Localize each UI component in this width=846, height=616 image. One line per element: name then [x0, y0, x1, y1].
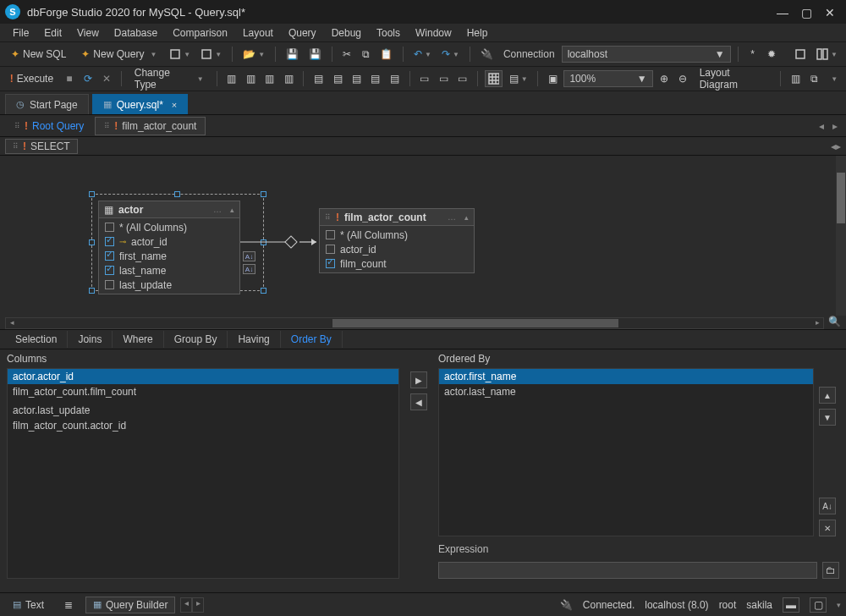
tb-c2[interactable]: ▭ — [436, 70, 451, 87]
connection-dropdown[interactable]: localhost ▼ — [562, 46, 731, 63]
footer-nav-left[interactable]: ◂ — [180, 597, 192, 613]
menu-edit[interactable]: Edit — [36, 25, 69, 41]
toolbar-wand-button[interactable]: * — [745, 46, 761, 63]
view-text-button[interactable]: ▤ Text — [5, 597, 52, 613]
menu-comparison[interactable]: Comparison — [165, 25, 235, 41]
panel-button-1[interactable]: ▬ — [783, 597, 799, 613]
undo-button[interactable]: ↶▼ — [410, 46, 435, 63]
panel-button-2[interactable]: ▢ — [810, 597, 827, 613]
tab-start-page[interactable]: ◷ Start Page — [5, 94, 89, 114]
checkbox-icon[interactable] — [105, 223, 114, 232]
view-querybuilder-button[interactable]: ▦ Query Builder — [85, 597, 175, 613]
column-row[interactable]: last_name — [102, 263, 236, 278]
menu-database[interactable]: Database — [107, 25, 165, 41]
tb-c3[interactable]: ▭ — [454, 70, 470, 87]
bottom-tab-where[interactable]: Where — [113, 331, 163, 348]
remove-button[interactable]: ✕ — [819, 520, 836, 536]
zoom-in-button[interactable]: ⊕ — [656, 70, 672, 87]
zoom-icon[interactable]: 🔍 — [827, 316, 841, 329]
tb-b1[interactable]: ▤ — [310, 70, 326, 87]
subtab-film-actor-count[interactable]: ⠿ ! film_actor_count — [95, 117, 206, 135]
checkbox-icon[interactable] — [326, 245, 335, 254]
refresh-button[interactable]: ⟳ — [80, 70, 96, 87]
sort-button-2[interactable]: A↓ — [243, 264, 255, 274]
tb-b4[interactable]: ▤ — [368, 70, 383, 87]
close-button[interactable]: ✕ — [824, 6, 836, 18]
column-row[interactable]: * (All Columns) — [102, 220, 236, 234]
move-up-button[interactable]: ▲ — [819, 387, 836, 404]
bottom-tab-joins[interactable]: Joins — [68, 331, 113, 348]
checkbox-icon[interactable] — [105, 266, 114, 275]
bottom-tab-selection[interactable]: Selection — [5, 331, 68, 348]
maximize-button[interactable]: ▢ — [800, 6, 812, 18]
orderedby-list[interactable]: actor.first_nameactor.last_name — [438, 368, 814, 536]
columns-item[interactable]: actor.last_update — [8, 403, 398, 418]
subtab-nav-right[interactable]: ▸ — [829, 120, 841, 132]
expression-browse-button[interactable]: 🗀 — [822, 562, 839, 579]
column-row[interactable]: film_count — [323, 256, 470, 271]
tb-f2[interactable]: ⧉ — [807, 70, 822, 87]
toolbar-icon-2[interactable]: ▼ — [197, 46, 225, 63]
checkbox-icon[interactable] — [326, 230, 335, 239]
move-right-button[interactable]: ▶ — [410, 371, 427, 388]
column-row[interactable]: first_name — [102, 249, 236, 263]
expression-input[interactable] — [438, 562, 817, 579]
new-sql-button[interactable]: ✦ New SQL — [5, 46, 72, 63]
column-row[interactable]: * (All Columns) — [323, 228, 470, 242]
tb-d1[interactable]: ▤▼ — [506, 70, 530, 87]
tb-c1[interactable]: ▭ — [417, 70, 432, 87]
bottom-tab-group-by[interactable]: Group By — [164, 331, 228, 348]
canvas-scroll-vertical[interactable] — [836, 156, 846, 316]
toolbar-end2[interactable]: ▼ — [813, 46, 841, 63]
split-button[interactable]: ≣ — [57, 597, 80, 613]
bottom-tab-order-by[interactable]: Order By — [281, 331, 343, 348]
minimize-button[interactable]: — — [777, 6, 788, 18]
save-all-button[interactable]: 💾 — [305, 46, 325, 63]
menu-tools[interactable]: Tools — [369, 25, 408, 41]
column-row[interactable]: actor_id — [323, 242, 470, 256]
menu-window[interactable]: Window — [408, 25, 459, 41]
tb-b3[interactable]: ▤ — [349, 70, 364, 87]
change-type-button[interactable]: Change Type ▼ — [129, 70, 210, 87]
checkbox-icon[interactable] — [105, 251, 114, 261]
columns-item[interactable]: film_actor_count.film_count — [8, 384, 398, 399]
ribbon-nav-right[interactable]: ▸ — [836, 140, 841, 152]
checkbox-icon[interactable] — [105, 237, 114, 246]
move-down-button[interactable]: ▼ — [819, 409, 836, 426]
menu-query[interactable]: Query — [281, 25, 324, 41]
footer-nav-right[interactable]: ▸ — [192, 597, 204, 613]
move-left-button[interactable]: ◀ — [410, 393, 427, 410]
chevron-up-icon[interactable]: ▴ — [464, 213, 469, 222]
bottom-tab-having[interactable]: Having — [228, 331, 280, 348]
column-row[interactable]: ⊸actor_id — [102, 234, 236, 249]
grid-toggle[interactable] — [485, 70, 503, 87]
subtab-root-query[interactable]: ⠿ ! Root Query — [5, 117, 93, 135]
tb-a2[interactable]: ▥ — [243, 70, 258, 87]
tb-b5[interactable]: ▤ — [387, 70, 402, 87]
copy-button[interactable]: ⧉ — [358, 46, 373, 63]
zoom-out-button[interactable]: ⊖ — [675, 70, 690, 87]
save-button[interactable]: 💾 — [283, 46, 302, 63]
chevron-up-icon[interactable]: ▴ — [230, 206, 234, 214]
chevron-down-icon[interactable]: ▾ — [837, 601, 841, 609]
stop-button[interactable]: ■ — [62, 70, 77, 87]
scroll-left-icon[interactable]: ◂ — [6, 318, 18, 328]
zoom-dropdown[interactable]: 100% ▼ — [563, 70, 652, 87]
tb-a3[interactable]: ▥ — [261, 70, 277, 87]
sort-az-button[interactable]: A↓ — [819, 498, 836, 514]
cut-button[interactable]: ✂ — [339, 46, 354, 63]
menu-help[interactable]: Help — [459, 25, 496, 41]
tb-e1[interactable]: ▣ — [545, 70, 560, 87]
tb-b2[interactable]: ▤ — [330, 70, 345, 87]
orderedby-item[interactable]: actor.first_name — [439, 369, 813, 384]
menu-layout[interactable]: Layout — [235, 25, 281, 41]
menu-file[interactable]: File — [5, 25, 36, 41]
canvas-scroll-horizontal[interactable]: ◂ ▸ — [5, 317, 824, 329]
close-tab-icon[interactable]: × — [172, 100, 177, 110]
columns-list[interactable]: actor.actor_idfilm_actor_count.film_coun… — [7, 368, 399, 579]
open-button[interactable]: 📂▼ — [239, 46, 268, 63]
columns-item[interactable]: actor.actor_id — [8, 369, 398, 384]
layout-diagram-button[interactable]: Layout Diagram — [694, 70, 774, 87]
checkbox-icon[interactable] — [105, 280, 114, 289]
toolbar-end1[interactable] — [791, 46, 810, 63]
